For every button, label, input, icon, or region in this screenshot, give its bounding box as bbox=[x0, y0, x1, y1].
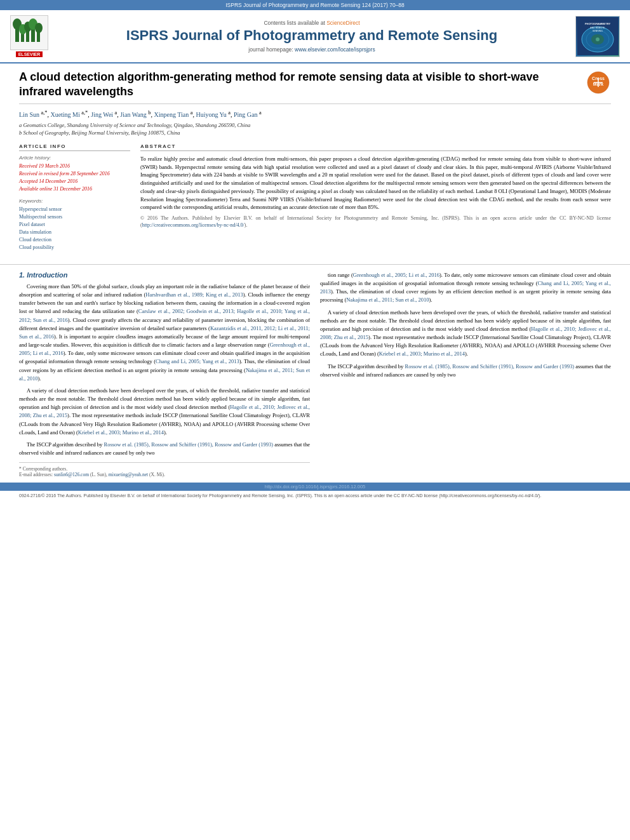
ref-carslaw[interactable]: Carslaw et al., 2002; Goodwin et al., 20… bbox=[19, 308, 310, 323]
footnote-section: * Corresponding authors. E-mail addresse… bbox=[19, 462, 310, 477]
ref-kriebel[interactable]: Kriebel et al., 2003; Murino et al., 201… bbox=[78, 429, 164, 436]
authors-line: Lin Sun a,*, Xueting Mi a,*, Jing Wei a,… bbox=[19, 109, 611, 119]
ref-hagolle2[interactable]: Hagolle et al., 2010; Jedlovec et al., 2… bbox=[320, 326, 611, 340]
body-right-col: tion range (Greenhough et al., 2005; Li … bbox=[320, 271, 611, 477]
journal-header: ELSEVIER Contents lists available at Sci… bbox=[0, 10, 630, 63]
intro-para-3: The ISCCP algorithm described by Rossow … bbox=[19, 441, 310, 457]
header-center: Contents lists available at ScienceDirec… bbox=[48, 20, 575, 52]
elsevier-image bbox=[10, 15, 48, 50]
email-label: E-mail addresses: bbox=[19, 472, 53, 477]
article-content: A cloud detection algorithm-generating m… bbox=[0, 63, 630, 258]
ref-kriebel2[interactable]: Kriebel et al., 2003; Murino et al., 201… bbox=[379, 350, 465, 357]
keyword-5[interactable]: Cloud detection bbox=[19, 236, 130, 244]
accepted-date: Accepted 14 December 2016 bbox=[19, 178, 130, 185]
email-name-2: (X. Mi). bbox=[149, 472, 165, 477]
elsevier-name-label: ELSEVIER bbox=[16, 51, 43, 57]
keyword-6[interactable]: Cloud possibility bbox=[19, 244, 130, 251]
affiliation-a: a Geomatics College, Shandong University… bbox=[19, 122, 611, 130]
email-1-link[interactable]: sunlin6@126.com bbox=[54, 472, 89, 477]
cover-svg: PHOTOGRAMMETRY AND REMOTE SENSING bbox=[577, 17, 619, 55]
email-2-link[interactable]: mixueting@yeah.net bbox=[109, 472, 149, 477]
ref-harshvardhan[interactable]: Harshvardhan et al., 1989; King et al., … bbox=[145, 291, 243, 298]
ref-nakajima2[interactable]: Nakajima et al., 2011; Sun et al., 2010 bbox=[346, 297, 429, 303]
journal-cover-image: PHOTOGRAMMETRY AND REMOTE SENSING bbox=[575, 16, 620, 57]
abstract-header: ABSTRACT bbox=[140, 143, 611, 151]
body-left-col: 1. Introduction Covering more than 50% o… bbox=[19, 271, 310, 477]
article-info-header: ARTICLE INFO bbox=[19, 143, 130, 151]
ref-rossow[interactable]: Rossow et al. (1985), Rossow and Schiffe… bbox=[104, 441, 273, 448]
header-left: ELSEVIER bbox=[10, 15, 48, 57]
received-date: Received 19 March 2016 bbox=[19, 163, 130, 170]
svg-text:SENSING: SENSING bbox=[593, 30, 603, 32]
revised-date: Received in revised form 28 September 20… bbox=[19, 170, 130, 178]
ref-hagolle[interactable]: Hagolle et al., 2010; Jedlovec et al., 2… bbox=[19, 404, 310, 418]
ref-nakajima[interactable]: Nakajima et al., 2011; Sun et al., 2010 bbox=[19, 367, 310, 382]
available-date: Available online 31 December 2016 bbox=[19, 185, 130, 193]
author-6[interactable]: Huiyong Yu bbox=[196, 111, 226, 118]
journal-title: ISPRS Journal of Photogrammetry and Remo… bbox=[48, 27, 575, 44]
svg-point-15 bbox=[596, 37, 600, 41]
author-4[interactable]: Jian Wang bbox=[120, 111, 147, 118]
article-title-section: A cloud detection algorithm-generating m… bbox=[19, 70, 611, 104]
author-1[interactable]: Lin Sun bbox=[19, 111, 39, 118]
journal-homepage: journal homepage: www.elsevier.com/locat… bbox=[48, 46, 575, 53]
contents-label: Contents lists available at bbox=[264, 20, 325, 26]
doi-bottom-bar: http://dx.doi.org/10.1016/j.isprsjprs.20… bbox=[0, 483, 630, 491]
intro-para-2: A variety of cloud detection methods hav… bbox=[19, 387, 310, 437]
volume-info-text: ISPRS Journal of Photogrammetry and Remo… bbox=[225, 2, 405, 8]
license-bar: 0924-2716/© 2016 The Authors. Published … bbox=[0, 491, 630, 503]
abstract-paragraph: To realize highly precise and automatic … bbox=[140, 155, 611, 211]
intro-body-text: Covering more than 50% of the global sur… bbox=[19, 283, 310, 457]
right-para-2: A variety of cloud detection methods hav… bbox=[320, 309, 611, 359]
doi-link[interactable]: http://dx.doi.org/10.1016/j.isprsjprs.20… bbox=[265, 484, 365, 490]
sciencedirect-link[interactable]: ScienceDirect bbox=[326, 20, 359, 26]
author-5[interactable]: Xinpeng Tian bbox=[154, 111, 189, 118]
two-col-section: ARTICLE INFO Article history: Received 1… bbox=[19, 143, 611, 251]
elsevier-logo: ELSEVIER bbox=[10, 15, 48, 57]
keywords-label: Keywords: bbox=[19, 198, 130, 204]
intro-para-1: Covering more than 50% of the global sur… bbox=[19, 283, 310, 383]
right-col-body-text: tion range (Greenhough et al., 2005; Li … bbox=[320, 271, 611, 379]
section-title: 1. Introduction bbox=[19, 271, 310, 279]
author-2[interactable]: Xueting Mi bbox=[50, 111, 79, 118]
cc-license-link[interactable]: http://creativecommons.org/licenses/by-n… bbox=[142, 222, 245, 228]
keyword-2[interactable]: Multispectral sensors bbox=[19, 213, 130, 221]
right-para-3: The ISCCP algorithm described by Rossow … bbox=[320, 363, 611, 379]
corresponding-label: * Corresponding authors. bbox=[19, 466, 310, 472]
affiliation-b: b School of Geography, Beijing Normal Un… bbox=[19, 130, 611, 137]
email-name-1: (L. Sun), bbox=[90, 472, 107, 477]
ref-greenhough[interactable]: Greenhough et al., 2005; Li et al., 2016 bbox=[19, 342, 310, 356]
keyword-1[interactable]: Hyperspectral sensor bbox=[19, 206, 130, 213]
crossmark-icon: Cross Mark bbox=[587, 71, 610, 94]
homepage-url[interactable]: www.elsevier.com/locate/isprsjprs bbox=[295, 46, 375, 53]
right-para-1: tion range (Greenhough et al., 2005; Li … bbox=[320, 271, 611, 305]
ref-greenhough2[interactable]: Greenhough et al., 2005; Li et al., 2016 bbox=[353, 272, 439, 278]
history-label: Article history: bbox=[19, 155, 130, 161]
svg-text:PHOTOGRAMMETRY: PHOTOGRAMMETRY bbox=[584, 22, 610, 25]
svg-point-9 bbox=[35, 23, 43, 33]
main-body: 1. Introduction Covering more than 50% o… bbox=[0, 271, 630, 477]
ref-kazantzidis[interactable]: Kazantzidis et al., 2011, 2012; Li et al… bbox=[19, 325, 310, 340]
keyword-4[interactable]: Data simulation bbox=[19, 229, 130, 236]
copyright-text: © 2016 The Authors. Published by Elsevie… bbox=[140, 215, 611, 229]
license-text: 0924-2716/© 2016 The Authors. Published … bbox=[19, 493, 541, 498]
abstract-text: To realize highly precise and automatic … bbox=[140, 155, 611, 229]
ref-chang2[interactable]: Chang and Li, 2005; Yang et al., 2013 bbox=[320, 280, 611, 295]
section-divider bbox=[0, 264, 630, 265]
svg-text:AND REMOTE: AND REMOTE bbox=[590, 27, 605, 29]
author-7[interactable]: Ping Gan bbox=[234, 111, 258, 118]
article-title: A cloud detection algorithm-generating m… bbox=[19, 70, 576, 100]
and-text: and bbox=[504, 342, 511, 349]
email-line: E-mail addresses: sunlin6@126.com (L. Su… bbox=[19, 472, 310, 477]
affiliations: a Geomatics College, Shandong University… bbox=[19, 122, 611, 137]
article-info-col: ARTICLE INFO Article history: Received 1… bbox=[19, 143, 130, 251]
crossmark-badge[interactable]: Cross Mark bbox=[586, 70, 611, 95]
ref-rossow2[interactable]: Rossow et al. (1985), Rossow and Schiffe… bbox=[405, 363, 574, 370]
contents-available-line: Contents lists available at ScienceDirec… bbox=[48, 20, 575, 26]
ref-chang[interactable]: Chang and Li, 2005; Yang et al., 2013 bbox=[156, 358, 239, 364]
abstract-col: ABSTRACT To realize highly precise and a… bbox=[140, 143, 611, 251]
volume-info-bar: ISPRS Journal of Photogrammetry and Remo… bbox=[0, 0, 630, 10]
elsevier-svg-icon bbox=[12, 18, 47, 48]
keyword-3[interactable]: Pixel dataset bbox=[19, 221, 130, 229]
author-3[interactable]: Jing Wei bbox=[91, 111, 113, 118]
